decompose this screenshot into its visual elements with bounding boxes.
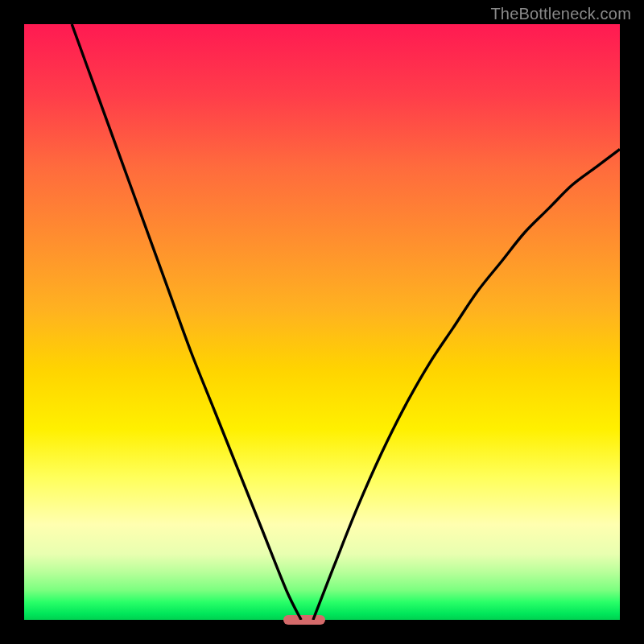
bottleneck-marker [283, 615, 325, 625]
plot-area [24, 24, 620, 620]
chart-frame: TheBottleneck.com [0, 0, 644, 644]
watermark-text: TheBottleneck.com [490, 5, 631, 23]
